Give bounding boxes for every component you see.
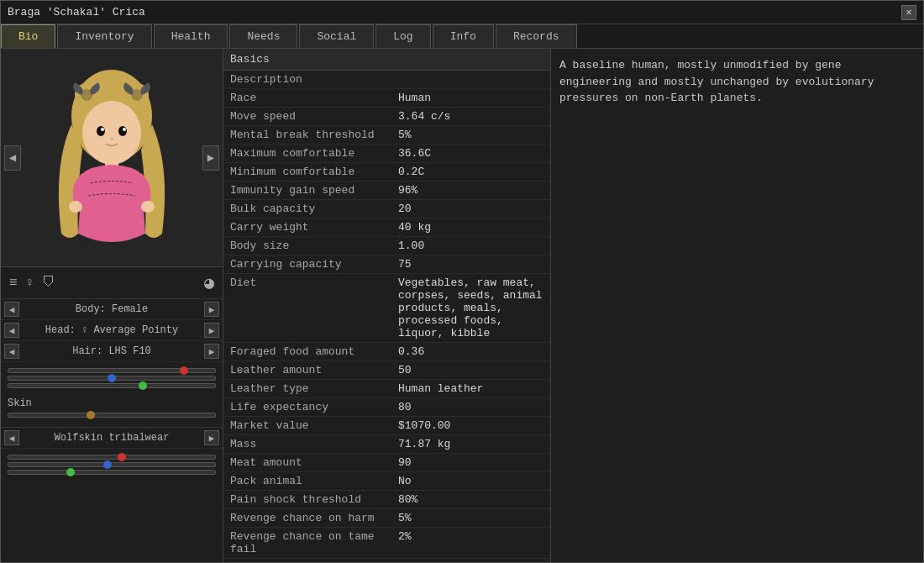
label-race: Race bbox=[230, 92, 398, 104]
skin-label: Skin bbox=[8, 397, 216, 409]
hair-color-sliders bbox=[1, 362, 223, 394]
row-min-comfortable: Minimum comfortable 0.2C bbox=[223, 163, 550, 182]
label-mental-break: Mental break threshold bbox=[230, 129, 398, 141]
clothing-selector-row: ◀ Wolfskin tribalwear ▶ bbox=[1, 428, 223, 449]
clothing-slider-green bbox=[8, 470, 216, 475]
hair-nav-left[interactable]: ◀ bbox=[4, 344, 19, 359]
portrait-area: ◀ bbox=[1, 49, 223, 267]
value-pain-shock: 80% bbox=[398, 493, 543, 506]
body-selector-label: Body: Female bbox=[19, 303, 204, 315]
left-panel: ◀ bbox=[1, 49, 223, 562]
hair-slider-red-handle[interactable] bbox=[180, 366, 188, 375]
body-nav-right[interactable]: ▶ bbox=[204, 302, 219, 317]
label-diet: Diet bbox=[230, 276, 398, 289]
tab-health[interactable]: Health bbox=[154, 24, 228, 48]
head-nav-right[interactable]: ▶ bbox=[204, 323, 219, 338]
skin-slider-handle[interactable] bbox=[87, 411, 95, 419]
row-body-size: Body size 1.00 bbox=[223, 237, 550, 255]
character-portrait bbox=[45, 66, 179, 250]
row-move-speed: Move speed 3.64 c/s bbox=[223, 108, 550, 126]
value-leather-type: Human leather bbox=[398, 382, 543, 395]
value-move-speed: 3.64 c/s bbox=[398, 110, 543, 123]
hair-slider-green bbox=[8, 383, 216, 388]
row-market-value: Market value $1070.00 bbox=[223, 417, 550, 435]
value-mental-break: 5% bbox=[398, 129, 543, 141]
value-carry-weight: 40 kg bbox=[398, 221, 543, 234]
value-meat-amount: 90 bbox=[398, 456, 543, 469]
row-immunity: Immunity gain speed 96% bbox=[223, 182, 550, 200]
close-button[interactable]: ✕ bbox=[901, 5, 916, 20]
hair-slider-blue-handle[interactable] bbox=[108, 374, 116, 382]
tab-bio[interactable]: Bio bbox=[1, 24, 55, 48]
portrait-nav-right[interactable]: ▶ bbox=[202, 145, 219, 171]
label-revenge-harm: Revenge chance on harm bbox=[230, 512, 398, 524]
tab-social[interactable]: Social bbox=[299, 24, 374, 48]
clothing-slider-green-track[interactable] bbox=[8, 470, 216, 475]
hair-slider-green-handle[interactable] bbox=[139, 381, 147, 390]
svg-point-12 bbox=[141, 201, 155, 213]
skin-slider-track[interactable] bbox=[8, 413, 216, 418]
row-description: Description bbox=[223, 71, 550, 89]
window-title: Braga 'Schakal' Crica bbox=[8, 6, 145, 18]
body-nav-left[interactable]: ◀ bbox=[4, 302, 19, 317]
clothing-selector: ◀ Wolfskin tribalwear ▶ bbox=[1, 427, 223, 481]
right-panel: A baseline human, mostly unmodified by g… bbox=[551, 49, 923, 562]
row-mental-break: Mental break threshold 5% bbox=[223, 126, 550, 145]
head-nav-left[interactable]: ◀ bbox=[4, 323, 19, 338]
label-bulk-capacity: Bulk capacity bbox=[230, 203, 398, 215]
hair-slider-blue-track[interactable] bbox=[8, 376, 216, 381]
row-leather-amount: Leather amount 50 bbox=[223, 361, 550, 380]
tab-needs[interactable]: Needs bbox=[229, 24, 297, 48]
skin-section: Skin bbox=[1, 394, 223, 424]
row-pain-shock: Pain shock threshold 80% bbox=[223, 491, 550, 509]
hair-slider-red bbox=[8, 368, 216, 373]
hair-selector-label: Hair: LHS F10 bbox=[19, 345, 204, 357]
clothing-slider-red-handle[interactable] bbox=[118, 453, 126, 461]
clothing-slider-green-handle[interactable] bbox=[66, 468, 75, 476]
svg-point-8 bbox=[101, 128, 104, 131]
row-foraged-food: Foraged food amount 0.36 bbox=[223, 343, 550, 361]
clothing-nav-left[interactable]: ◀ bbox=[4, 430, 19, 445]
value-body-size: 1.00 bbox=[398, 239, 543, 252]
left-icons: ≡ ♀ ⛉ bbox=[9, 275, 55, 291]
clothing-nav-right[interactable]: ▶ bbox=[204, 430, 219, 445]
value-min-comfortable: 0.2C bbox=[398, 166, 543, 178]
row-meat-amount: Meat amount 90 bbox=[223, 454, 550, 472]
label-foraged-food: Foraged food amount bbox=[230, 345, 398, 358]
label-meat-amount: Meat amount bbox=[230, 456, 398, 469]
main-window: Braga 'Schakal' Crica ✕ Bio Inventory He… bbox=[0, 0, 924, 563]
row-revenge-tame: Revenge chance on tame fail 2% bbox=[223, 528, 550, 559]
label-carrying-capacity: Carrying capacity bbox=[230, 258, 398, 271]
label-leather-type: Leather type bbox=[230, 382, 398, 395]
row-mass: Mass 71.87 kg bbox=[223, 435, 550, 454]
label-description: Description bbox=[230, 73, 398, 86]
stripes-icon: ≡ bbox=[9, 276, 18, 291]
clothing-slider-red-track[interactable] bbox=[8, 455, 216, 460]
value-revenge-harm: 5% bbox=[398, 512, 543, 524]
row-bulk-capacity: Bulk capacity 20 bbox=[223, 200, 550, 218]
clothing-slider-blue-track[interactable] bbox=[8, 462, 216, 467]
tab-inventory[interactable]: Inventory bbox=[57, 24, 151, 48]
hair-slider-red-track[interactable] bbox=[8, 368, 216, 373]
hair-nav-right[interactable]: ▶ bbox=[204, 344, 219, 359]
row-pack-animal: Pack animal No bbox=[223, 472, 550, 491]
label-carry-weight: Carry weight bbox=[230, 221, 398, 234]
head-selector-row: ◀ Head: ♀ Average Pointy ▶ bbox=[1, 320, 223, 341]
tab-info[interactable]: Info bbox=[433, 24, 494, 48]
value-revenge-tame: 2% bbox=[398, 530, 543, 555]
tab-records[interactable]: Records bbox=[496, 24, 577, 48]
body-selector-row: ◀ Body: Female ▶ bbox=[1, 299, 223, 320]
value-immunity: 96% bbox=[398, 184, 543, 197]
row-max-comfortable: Maximum comfortable 36.6C bbox=[223, 145, 550, 163]
row-revenge-harm: Revenge chance on harm 5% bbox=[223, 509, 550, 528]
tab-log[interactable]: Log bbox=[375, 24, 430, 48]
portrait-nav-left[interactable]: ◀ bbox=[4, 145, 21, 171]
svg-point-9 bbox=[123, 128, 126, 131]
row-leather-type: Leather type Human leather bbox=[223, 380, 550, 398]
label-immunity: Immunity gain speed bbox=[230, 184, 398, 197]
clothing-slider-blue-handle[interactable] bbox=[103, 460, 112, 469]
row-race: Race Human bbox=[223, 89, 550, 108]
hair-slider-green-track[interactable] bbox=[8, 383, 216, 388]
value-market-value: $1070.00 bbox=[398, 419, 543, 432]
hair-selector-row: ◀ Hair: LHS F10 ▶ bbox=[1, 341, 223, 362]
